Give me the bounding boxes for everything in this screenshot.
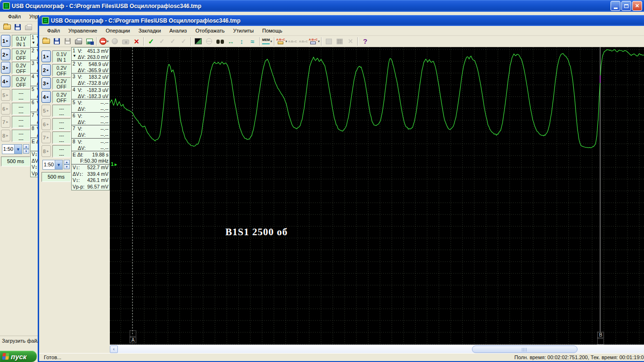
front-titlebar[interactable]: USB Осциллограф - C:\Program Files\USB О… [39, 15, 644, 26]
channel-3-button[interactable]: 3► [1, 62, 10, 74]
help-button[interactable]: ? [360, 36, 371, 47]
formula-edit-button[interactable]: A:B+C▾ [309, 36, 320, 47]
save-image-button[interactable] [84, 36, 95, 47]
timebase-value[interactable]: 500 ms [1, 156, 30, 166]
horizontal-scrollbar[interactable]: ‹ [110, 345, 644, 353]
channel-1-button[interactable]: 1► [1, 35, 10, 47]
channel-5-button[interactable]: 5► [1, 89, 10, 101]
back-titlebar[interactable]: USB Осциллограф - C:\Program Files\USB О… [0, 0, 644, 12]
search-button[interactable] [215, 36, 225, 47]
memory-button[interactable]: MEM▾ [262, 36, 272, 47]
channel-6-button[interactable]: 6► [41, 118, 51, 130]
channel-4-button[interactable]: 4► [41, 91, 51, 103]
record-button[interactable] [109, 36, 120, 47]
menu-Закладки[interactable]: Закладки [134, 26, 165, 35]
dropdown-caret-icon[interactable]: ▾ [270, 40, 272, 43]
channel-5-settings[interactable]: ------ [12, 89, 30, 101]
save-all-button[interactable] [62, 36, 73, 47]
save-file-button[interactable] [12, 22, 23, 33]
formula-open-button[interactable]: A:B+C▾ [276, 36, 287, 47]
channel-5-settings[interactable]: ------ [52, 105, 71, 117]
formula-run-button[interactable]: A:B+C [287, 36, 298, 47]
channel-6-settings[interactable]: ------ [12, 103, 30, 115]
channel-7-settings[interactable]: ------ [52, 132, 71, 144]
scroll-left-arrow[interactable]: ‹ [110, 346, 118, 353]
channel-5-button[interactable]: 5► [41, 105, 51, 116]
channel-4-settings[interactable]: 0.2VOFF [12, 75, 30, 88]
menu-Отображать[interactable]: Отображать [191, 26, 229, 35]
close-button[interactable]: ✕ [632, 1, 642, 11]
web-button[interactable] [204, 36, 215, 47]
channel-6-button[interactable]: 6► [1, 103, 10, 115]
fit-horizontal-button[interactable]: ↔ [225, 36, 236, 47]
menu-Анализ[interactable]: Анализ [165, 26, 191, 35]
cursor-b-label[interactable]: B [597, 332, 604, 338]
formula-save-button[interactable]: A:B+C [298, 36, 309, 47]
channel-3-button[interactable]: 3► [41, 77, 51, 89]
fit-vertical-button[interactable]: ↕ [236, 36, 247, 47]
dropdown-caret-icon[interactable]: ▾ [318, 40, 320, 43]
timebase-value[interactable]: 500 ms [41, 172, 71, 182]
channel1-level-marker[interactable]: 1► [111, 162, 118, 167]
menu-Утилиты[interactable]: Утилиты [229, 26, 258, 35]
stop-acquisition-button[interactable]: ▾ [99, 36, 109, 47]
menu-Файл[interactable]: Файл [4, 12, 25, 21]
clear-button[interactable]: ✕ [345, 36, 356, 47]
cursor-a-handle[interactable] [130, 330, 136, 337]
channel-2-settings[interactable]: 0.2VOFF [52, 64, 71, 76]
channel-1-settings[interactable]: 0.1VIN 1 [12, 35, 30, 47]
channel-7-button[interactable]: 7► [41, 132, 51, 143]
channel-2-button[interactable]: 2► [41, 64, 51, 76]
open-file-button[interactable] [1, 22, 12, 33]
waveform-display[interactable]: 1► B1S1 2500 об A B [110, 47, 644, 345]
display-mode-button[interactable] [193, 36, 204, 47]
cursor-a-label[interactable]: A [130, 337, 136, 343]
channel-8-settings[interactable]: ------ [12, 130, 30, 142]
channel-2-button[interactable]: 2► [1, 49, 10, 60]
probe-dropdown-icon[interactable]: ▼ [55, 160, 63, 170]
channel-4-button[interactable]: 4► [1, 75, 10, 87]
channel-3-settings[interactable]: 0.2VOFF [52, 77, 71, 90]
channel-1-button[interactable]: 1► [41, 50, 51, 62]
menu-Операции[interactable]: Операции [101, 26, 134, 35]
probe-ratio-combo[interactable]: 1:50▼▲▼ [2, 144, 29, 154]
menu-Файл[interactable]: Файл [43, 26, 64, 35]
abort-button[interactable]: ✕ [131, 36, 142, 47]
menu-Управление[interactable]: Управление [64, 26, 101, 35]
channel-7-settings[interactable]: ------ [12, 116, 30, 128]
channel-8-settings[interactable]: ------ [52, 145, 71, 157]
channel-8-button[interactable]: 8► [1, 130, 10, 141]
probe-ratio-value[interactable]: 1:50 [42, 160, 55, 170]
probe-spinner[interactable]: ▲▼ [23, 144, 29, 154]
channel-7-button[interactable]: 7► [1, 116, 10, 128]
cursor-b-handle[interactable] [597, 338, 604, 345]
restore-button[interactable] [621, 1, 631, 11]
channel-1-settings[interactable]: 0.1VIN 1 [52, 50, 71, 63]
check-both-button[interactable]: ✓ [167, 36, 178, 47]
dropdown-caret-icon[interactable]: ▾ [107, 40, 109, 43]
menu-Помощь[interactable]: Помощь [258, 26, 287, 35]
minimize-button[interactable] [611, 1, 620, 11]
save-file-button[interactable] [51, 36, 62, 47]
check-back-button[interactable]: ✓ [157, 36, 167, 47]
print-button[interactable] [73, 36, 84, 47]
snapshot-button[interactable] [120, 36, 131, 47]
apply-check-button[interactable]: ✓ [146, 36, 157, 47]
start-button[interactable]: пуск [0, 351, 37, 362]
channel-8-button[interactable]: 8► [41, 145, 51, 157]
probe-spinner[interactable]: ▲▼ [64, 160, 70, 170]
grid-tool-button[interactable] [334, 36, 345, 47]
matrix-button[interactable] [323, 36, 334, 47]
probe-ratio-combo[interactable]: 1:50▼▲▼ [42, 160, 70, 170]
channel-2-settings[interactable]: 0.2VOFF [12, 49, 30, 61]
channel-6-settings[interactable]: ------ [52, 118, 71, 131]
probe-dropdown-icon[interactable]: ▼ [15, 144, 22, 154]
channel-4-settings[interactable]: 0.2VOFF [52, 91, 71, 103]
print-button[interactable] [23, 22, 34, 33]
probe-ratio-value[interactable]: 1:50 [2, 144, 15, 154]
scrollbar-thumb[interactable] [472, 346, 578, 353]
open-file-button[interactable] [41, 36, 51, 47]
channel-3-settings[interactable]: 0.2VOFF [12, 62, 30, 74]
autoscale-button[interactable]: ≈ [247, 36, 258, 47]
check-forward-button[interactable]: ✓ [178, 36, 189, 47]
